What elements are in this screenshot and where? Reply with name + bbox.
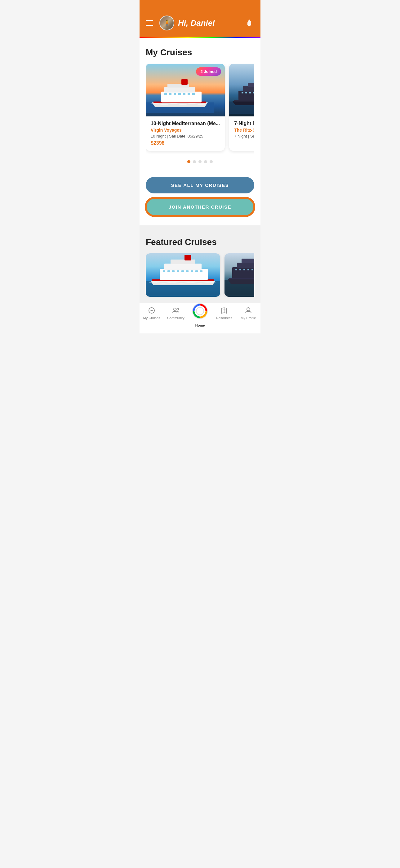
nav-label-home: Home (195, 323, 205, 327)
svg-rect-52 (247, 269, 249, 270)
cruise-card-2-line: The Ritz-Carlton Ya... (234, 128, 254, 132)
nav-item-resources[interactable]: Resources (212, 306, 236, 327)
header: 🧍 Hi, Daniel (139, 0, 261, 37)
featured-ship-1 (146, 253, 220, 297)
nav-label-resources: Resources (216, 316, 233, 320)
cruise-card-1[interactable]: 2 Joined 10-Night Mediterranean (Me... V… (146, 64, 225, 151)
svg-point-59 (177, 308, 178, 310)
home-nav-icon (192, 303, 208, 319)
carousel-dots (146, 160, 254, 163)
svg-point-1 (249, 20, 250, 21)
svg-rect-49 (235, 269, 237, 270)
svg-rect-35 (163, 270, 165, 272)
cruise-card-1-details: 10 Night | Sail Date: 05/29/25 (151, 134, 220, 138)
avatar[interactable]: 🧍 (159, 16, 174, 30)
nav-label-my-profile: My Profile (241, 316, 256, 320)
bottom-nav: My Cruises Community (139, 303, 261, 333)
my-cruises-nav-icon (147, 306, 156, 314)
nav-item-community[interactable]: Community (164, 306, 188, 327)
svg-rect-53 (252, 269, 253, 270)
join-another-cruise-button[interactable]: JOIN ANOTHER CRUISE (146, 198, 254, 216)
joined-badge: 2 Joined (196, 67, 221, 76)
resources-nav-icon (220, 306, 228, 314)
svg-rect-11 (178, 93, 181, 95)
notification-button[interactable] (244, 18, 254, 28)
svg-rect-17 (238, 91, 254, 100)
featured-card-2-image (225, 253, 254, 297)
nav-label-community: Community (167, 316, 185, 320)
svg-rect-33 (171, 259, 195, 264)
dot-1[interactable] (187, 160, 190, 163)
cruise-cards-list[interactable]: 2 Joined 10-Night Mediterranean (Me... V… (146, 64, 254, 154)
featured-card-1[interactable] (146, 253, 220, 297)
svg-rect-10 (174, 93, 176, 95)
dot-5[interactable] (210, 160, 213, 163)
nav-label-my-cruises: My Cruises (143, 316, 160, 320)
svg-rect-21 (245, 92, 247, 93)
svg-rect-8 (164, 93, 167, 95)
greeting-text: Hi, Daniel (178, 18, 214, 28)
svg-rect-14 (192, 93, 195, 95)
svg-rect-20 (241, 92, 243, 93)
svg-point-58 (174, 308, 176, 310)
header-left: 🧍 Hi, Daniel (146, 16, 214, 30)
nav-item-my-profile[interactable]: My Profile (236, 306, 261, 327)
dot-3[interactable] (198, 160, 202, 163)
cruise-card-1-image: 2 Joined (146, 64, 225, 116)
my-cruises-section: My Cruises (139, 38, 261, 177)
svg-rect-39 (181, 270, 184, 272)
cruise-card-1-name: 10-Night Mediterranean (Me... (151, 121, 220, 126)
section-divider (139, 225, 261, 228)
svg-rect-34 (185, 255, 191, 260)
my-cruises-title: My Cruises (146, 48, 254, 57)
svg-rect-23 (253, 92, 254, 93)
svg-rect-46 (232, 267, 254, 278)
dot-4[interactable] (204, 160, 207, 163)
svg-rect-9 (169, 93, 171, 95)
featured-ship-2 (225, 253, 254, 297)
nav-item-home[interactable]: Home (188, 306, 212, 327)
menu-button[interactable] (146, 18, 156, 28)
svg-rect-47 (237, 262, 254, 268)
svg-rect-51 (243, 269, 245, 270)
svg-rect-32 (164, 264, 202, 270)
ship-2-background (229, 64, 254, 116)
svg-rect-12 (183, 93, 186, 95)
svg-rect-37 (172, 270, 174, 272)
featured-card-1-image (146, 253, 220, 297)
featured-cruises-section: Featured Cruises (139, 228, 261, 303)
svg-rect-13 (188, 93, 190, 95)
featured-cards-list[interactable] (146, 253, 254, 297)
svg-rect-4 (161, 92, 202, 102)
featured-cruises-title: Featured Cruises (146, 237, 254, 247)
featured-card-2[interactable] (225, 253, 254, 297)
svg-point-67 (247, 308, 250, 311)
svg-rect-48 (241, 258, 254, 263)
svg-rect-38 (177, 270, 179, 272)
svg-rect-18 (243, 86, 254, 92)
cruise-card-2-details: 7 Night | Sail Date: 0... (234, 134, 254, 138)
nav-item-my-cruises[interactable]: My Cruises (139, 306, 164, 327)
svg-rect-19 (248, 83, 254, 87)
svg-rect-22 (249, 92, 251, 93)
svg-rect-5 (164, 87, 195, 93)
avatar-image: 🧍 (160, 16, 174, 30)
svg-rect-43 (200, 270, 202, 272)
cruise-card-1-price: $2398 (151, 140, 220, 146)
cruise-card-1-info: 10-Night Mediterranean (Me... Virgin Voy… (146, 116, 225, 151)
svg-rect-50 (239, 269, 241, 270)
svg-rect-42 (195, 270, 198, 272)
svg-rect-41 (191, 270, 193, 272)
see-all-cruises-button[interactable]: SEE ALL MY CRUISES (146, 177, 254, 193)
svg-rect-36 (167, 270, 170, 272)
svg-rect-40 (186, 270, 189, 272)
svg-rect-0 (248, 25, 251, 26)
cruise-card-2-image (229, 64, 254, 116)
community-nav-icon (172, 306, 180, 314)
dot-2[interactable] (193, 160, 196, 163)
cruise-card-2[interactable]: 7-Night Mediterran... The Ritz-Carlton Y… (229, 64, 254, 151)
buttons-section: SEE ALL MY CRUISES JOIN ANOTHER CRUISE (139, 177, 261, 225)
cruise-card-2-name: 7-Night Mediterran... (234, 121, 254, 126)
my-profile-nav-icon (244, 306, 253, 314)
cruise-card-2-info: 7-Night Mediterran... The Ritz-Carlton Y… (229, 116, 254, 145)
